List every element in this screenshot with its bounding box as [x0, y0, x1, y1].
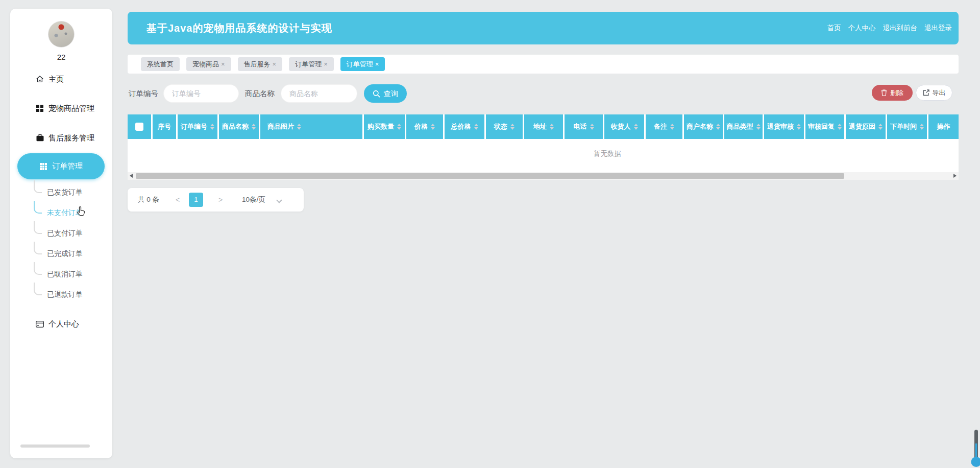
sort-carets-icon[interactable] — [670, 124, 674, 130]
header-link-exit-to-front[interactable]: 退出到前台 — [883, 24, 918, 33]
card-icon — [36, 320, 44, 328]
tree-connector — [34, 242, 42, 254]
sidebar-subitem-refunded-orders[interactable]: 已退款订单 — [33, 287, 109, 301]
tab-system-home[interactable]: 系统首页 — [141, 57, 180, 71]
table-header-remark[interactable]: 备注 — [646, 114, 682, 139]
sort-carets-icon[interactable] — [550, 124, 554, 130]
delete-button[interactable]: 删除 — [872, 85, 913, 101]
tree-connector — [34, 262, 42, 275]
header-link-logout[interactable]: 退出登录 — [924, 24, 952, 33]
sidebar-item-pet-products[interactable]: 宠物商品管理 — [10, 101, 112, 116]
table-header-order-time[interactable]: 下单时间 — [887, 114, 927, 139]
app-root: 22 主页 宠物商品管理 售后服务管理 订单管理 — [0, 0, 980, 468]
tab-pet-products[interactable]: 宠物商品 × — [186, 57, 231, 71]
sort-carets-icon[interactable] — [474, 124, 478, 130]
pagination-prev-button[interactable]: < — [176, 188, 180, 212]
sort-carets-icon[interactable] — [397, 124, 401, 130]
close-icon[interactable]: × — [273, 57, 277, 71]
order-no-input[interactable] — [163, 84, 239, 103]
sort-carets-icon[interactable] — [716, 124, 720, 130]
table-header-order-no[interactable]: 订单编号 — [178, 114, 217, 139]
table-header-total-price[interactable]: 总价格 — [445, 114, 484, 139]
table-header-quantity[interactable]: 购买数量 — [364, 114, 405, 139]
tree-connector — [34, 180, 42, 193]
sort-carets-icon[interactable] — [756, 124, 761, 130]
table-header-product-image[interactable]: 商品图片 — [260, 114, 362, 139]
close-icon[interactable]: × — [324, 57, 328, 71]
tab-order-management[interactable]: 订单管理 × — [289, 57, 334, 71]
sidebar-subitem-cancelled-orders[interactable]: 已取消订单 — [33, 267, 109, 281]
header-link-home[interactable]: 首页 — [827, 24, 841, 33]
sort-carets-icon[interactable] — [878, 124, 883, 130]
header-link-profile[interactable]: 个人中心 — [848, 24, 876, 33]
query-button[interactable]: 查询 — [364, 84, 407, 103]
sidebar-item-home[interactable]: 主页 — [10, 72, 112, 87]
sidebar-scrollbar-thumb[interactable] — [20, 444, 90, 448]
trash-icon — [881, 89, 887, 96]
sidebar-subitem-paid-orders[interactable]: 已支付订单 — [33, 226, 109, 240]
sidebar-item-label: 宠物商品管理 — [48, 101, 94, 116]
table-header-price[interactable]: 价格 — [406, 114, 443, 139]
table-header-phone[interactable]: 电话 — [565, 114, 603, 139]
tree-connector — [34, 201, 42, 214]
sort-carets-icon[interactable] — [797, 124, 801, 130]
page-title: 基于Java的宠物用品系统的设计与实现 — [146, 12, 332, 44]
table-header-consignee[interactable]: 收货人 — [604, 114, 644, 139]
horizontal-scrollbar-thumb[interactable] — [136, 173, 844, 179]
table-header-row: 序号 订单编号 商品名称 商品图片 购买数量 价格 — [128, 114, 959, 139]
sort-carets-icon[interactable] — [252, 124, 256, 130]
pagination-page-size-select[interactable]: 10条/页 — [242, 188, 265, 212]
table-header-product-name[interactable]: 商品名称 — [219, 114, 259, 139]
tab-order-management-active[interactable]: 订单管理 × — [340, 57, 385, 71]
tab-after-sales[interactable]: 售后服务 × — [238, 57, 283, 71]
sort-carets-icon[interactable] — [590, 124, 594, 130]
table-header-return-review[interactable]: 退货审核 — [764, 114, 804, 139]
tabs: 系统首页 宠物商品 × 售后服务 × 订单管理 × 订单管理 × — [141, 57, 385, 71]
select-all-checkbox[interactable] — [135, 123, 143, 131]
product-name-label: 商品名称 — [245, 84, 275, 103]
grid-icon — [36, 104, 44, 112]
header-links: 首页 个人中心 退出到前台 退出登录 — [827, 12, 952, 44]
sidebar-item-after-sales[interactable]: 售后服务管理 — [10, 130, 112, 146]
pagination-total: 共 0 条 — [138, 188, 159, 212]
table-header-status[interactable]: 状态 — [486, 114, 523, 139]
avatar[interactable] — [48, 21, 75, 48]
pagination-next-button[interactable]: > — [218, 188, 223, 212]
hand-cursor-icon — [75, 205, 87, 218]
sort-carets-icon[interactable] — [297, 124, 301, 130]
export-icon — [923, 89, 929, 96]
sort-carets-icon[interactable] — [920, 124, 924, 130]
sort-carets-icon[interactable] — [634, 124, 638, 130]
sidebar: 22 主页 宠物商品管理 售后服务管理 订单管理 — [10, 9, 112, 458]
chevron-down-icon[interactable] — [276, 197, 282, 203]
thermometer-icon[interactable] — [969, 429, 980, 468]
table-header-review-reply[interactable]: 审核回复 — [805, 114, 844, 139]
table-header-return-reason[interactable]: 退货原因 — [846, 114, 886, 139]
table-empty-text: 暂无数据 — [128, 139, 959, 172]
sidebar-username: 22 — [10, 53, 112, 61]
sort-carets-icon[interactable] — [431, 124, 435, 130]
sidebar-subitem-unpaid-orders[interactable]: 未支付订单 — [33, 205, 109, 220]
sidebar-item-label: 主页 — [48, 72, 64, 87]
sidebar-item-profile[interactable]: 个人中心 — [10, 316, 112, 332]
sort-carets-icon[interactable] — [838, 124, 842, 130]
table-header-select — [128, 114, 151, 139]
table-header-product-type[interactable]: 商品类型 — [724, 114, 763, 139]
briefcase-icon — [36, 134, 44, 142]
sidebar-subitem-shipped-orders[interactable]: 已发货订单 — [33, 185, 109, 199]
table-header-address[interactable]: 地址 — [524, 114, 563, 139]
table-header-merchant-name[interactable]: 商户名称 — [684, 114, 723, 139]
horizontal-scrollbar — [128, 172, 959, 180]
export-button[interactable]: 导出 — [916, 85, 952, 101]
sort-carets-icon[interactable] — [210, 124, 214, 130]
sidebar-subitem-completed-orders[interactable]: 已完成订单 — [33, 246, 109, 261]
sort-carets-icon[interactable] — [510, 124, 514, 130]
sidebar-item-label: 个人中心 — [48, 316, 79, 332]
scroll-right-arrow-icon[interactable] — [953, 174, 957, 178]
product-name-input[interactable] — [281, 84, 357, 103]
scroll-left-arrow-icon[interactable] — [130, 174, 133, 178]
close-icon[interactable]: × — [375, 57, 379, 71]
close-icon[interactable]: × — [221, 57, 225, 71]
sidebar-item-order-management[interactable]: 订单管理 — [17, 153, 105, 179]
pagination-page-1[interactable]: 1 — [189, 193, 203, 207]
